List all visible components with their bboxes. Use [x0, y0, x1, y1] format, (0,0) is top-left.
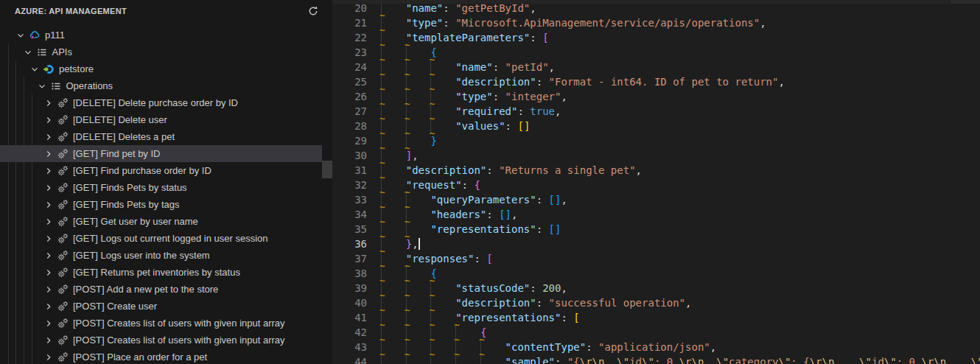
tree-item-get-finds-pets-by-tags[interactable]: [GET] Finds Pets by tags	[0, 196, 322, 213]
line-number: 21	[332, 15, 367, 30]
gears-icon	[57, 148, 69, 160]
code-line-42[interactable]: 42{~~~~~	[332, 325, 980, 340]
code-line-40[interactable]: 40"description": "successful operation",…	[332, 295, 980, 310]
indent-guide	[406, 295, 407, 310]
code-line-36[interactable]: 36},~	[332, 237, 980, 251]
gears-icon	[57, 165, 69, 177]
indent-guide	[381, 45, 382, 60]
json-editor[interactable]: 20"name": "getPetById",~21"type": "Micro…	[332, 0, 980, 364]
tree-item-post-place-an-order-for-a-pet[interactable]: [POST] Place an order for a pet	[0, 349, 322, 364]
tree-item-delete-delete-purchase-order-by-id[interactable]: [DELETE] Delete purchase order by ID	[0, 94, 322, 111]
code-line-30[interactable]: 30],~	[332, 148, 980, 163]
code-line-27[interactable]: 27"required": true,~~~	[332, 104, 980, 119]
tree-item-get-logs-out-current-logged-in-user-session[interactable]: [GET] Logs out current logged in user se…	[0, 230, 322, 247]
code-line-23[interactable]: 23{~~~	[332, 45, 980, 60]
tree-item-label: [GET] Finds Pets by tags	[73, 199, 180, 210]
chevron-right-icon[interactable]	[43, 351, 55, 363]
chevron-right-icon[interactable]	[43, 216, 55, 228]
token-punct: ,	[561, 194, 567, 206]
token-str	[704, 356, 716, 364]
token-punct: ,	[530, 2, 536, 14]
chevron-right-icon[interactable]	[43, 165, 55, 177]
indent-guide	[381, 222, 382, 237]
token-punct: :	[530, 282, 542, 294]
code-line-29[interactable]: 29}~~	[332, 133, 980, 148]
code-line-39[interactable]: 39"statusCode": 200,~~~	[332, 281, 980, 295]
chevron-right-icon[interactable]	[43, 267, 55, 279]
chevron-right-icon[interactable]	[43, 199, 55, 211]
chevron-down-icon[interactable]	[36, 80, 48, 92]
tree-item-post-create-user[interactable]: [POST] Create user	[0, 298, 322, 315]
code-line-24[interactable]: 24"name": "petId",~~~	[332, 60, 980, 74]
code-line-25[interactable]: 25"description": "Format - int64. ID of …	[332, 74, 980, 89]
code-line-22[interactable]: 22"templateParameters": [~~	[332, 30, 980, 45]
tree-item-apis[interactable]: APIs	[0, 43, 322, 60]
tree-item-get-returns-pet-inventories-by-status[interactable]: [GET] Returns pet inventories by status	[0, 264, 322, 281]
token-punct: ,	[511, 209, 517, 220]
chevron-right-icon[interactable]	[43, 182, 55, 194]
line-number: 22	[332, 30, 367, 45]
chevron-right-icon[interactable]	[43, 318, 55, 329]
token-punct: ,	[412, 238, 418, 250]
chevron-down-icon[interactable]	[29, 63, 41, 75]
code-line-31[interactable]: 31"description": "Returns a single pet",…	[332, 163, 980, 178]
code-line-26[interactable]: 26"type": "integer",~~~	[332, 89, 980, 104]
chevron-right-icon[interactable]	[43, 148, 55, 160]
gears-icon	[57, 131, 69, 143]
gears-icon	[57, 182, 69, 194]
code-line-41[interactable]: 41"representations": [~~~~	[332, 310, 980, 325]
code-area[interactable]: 20"name": "getPetById",~21"type": "Micro…	[332, 1, 980, 364]
refresh-icon[interactable]	[306, 4, 321, 18]
tree-item-delete-delete-user[interactable]: [DELETE] Delete user	[0, 111, 322, 128]
tree-item-get-logs-user-into-the-system[interactable]: [GET] Logs user into the system	[0, 247, 322, 264]
chevron-down-icon[interactable]	[22, 46, 34, 58]
chevron-right-icon[interactable]	[43, 250, 55, 262]
token-punct: :	[505, 120, 518, 132]
code-line-44[interactable]: 44"sample": "{\r\n \"id\": 0,\r\n \"cate…	[332, 354, 980, 364]
tree-item-p111[interactable]: p111	[0, 27, 322, 43]
tree-item-get-find-pet-by-id[interactable]: [GET] Find pet by ID	[0, 145, 322, 162]
token-b1: []	[517, 120, 530, 132]
token-punct: ,	[778, 76, 784, 88]
token-punct: ,	[561, 282, 567, 294]
code-text: "request": {	[406, 178, 480, 192]
chevron-right-icon[interactable]	[43, 114, 55, 126]
chevron-right-icon[interactable]	[43, 301, 55, 312]
tree-item-get-find-purchase-order-by-id[interactable]: [GET] Find purchase order by ID	[0, 162, 322, 179]
tree-item-delete-deletes-a-pet[interactable]: [DELETE] Deletes a pet	[0, 128, 322, 145]
code-line-35[interactable]: 35"representations": []~~	[332, 222, 980, 237]
code-line-33[interactable]: 33"queryParameters": [],~~	[332, 192, 980, 207]
code-line-21[interactable]: 21"type": "Microsoft.ApiManagement/servi…	[332, 15, 980, 30]
chevron-right-icon[interactable]	[43, 233, 55, 245]
tree-item-get-get-user-by-user-name[interactable]: [GET] Get user by user name	[0, 213, 322, 230]
tree-item-petstore[interactable]: petstore	[0, 60, 322, 77]
tree-item-post-creates-list-of-users-with-given-input-array[interactable]: [POST] Creates list of users with given …	[0, 332, 322, 349]
azure-apim-icon	[29, 29, 41, 41]
code-line-43[interactable]: 43"contentType": "application/json",~~~~…	[332, 340, 980, 354]
sidebar-scrollbar-thumb[interactable]	[322, 161, 332, 178]
tree-item-post-creates-list-of-users-with-given-input-array[interactable]: [POST] Creates list of users with given …	[0, 315, 322, 332]
apim-tree: p111APIspetstoreOperations[DELETE] Delet…	[0, 27, 332, 364]
code-line-28[interactable]: 28"values": []~~~	[332, 119, 980, 133]
chevron-right-icon[interactable]	[43, 97, 55, 109]
chevron-right-icon[interactable]	[43, 284, 55, 295]
code-line-34[interactable]: 34"headers": [],~~	[332, 207, 980, 222]
indent-guide	[430, 295, 431, 310]
code-line-38[interactable]: 38{~~~	[332, 266, 980, 281]
tree-item-get-finds-pets-by-status[interactable]: [GET] Finds Pets by status	[0, 179, 322, 196]
code-line-32[interactable]: 32"request": {~~	[332, 178, 980, 192]
chevron-right-icon[interactable]	[43, 131, 55, 143]
gears-icon	[57, 267, 69, 279]
token-str: "successful operation"	[549, 297, 685, 309]
chevron-right-icon[interactable]	[43, 335, 55, 346]
tree-item-operations[interactable]: Operations	[0, 77, 322, 94]
code-text: "required": true,	[455, 104, 561, 119]
indent-guide	[381, 192, 382, 207]
tree-item-post-add-a-new-pet-to-the-store[interactable]: [POST] Add a new pet to the store	[0, 281, 322, 298]
code-line-37[interactable]: 37"responses": [~~	[332, 251, 980, 266]
token-punct: ,	[412, 150, 418, 161]
chevron-down-icon[interactable]	[15, 29, 27, 41]
token-esc: \"	[971, 356, 980, 364]
code-text: "description": "Returns a single pet",	[406, 163, 642, 178]
indent-guide	[381, 74, 382, 89]
